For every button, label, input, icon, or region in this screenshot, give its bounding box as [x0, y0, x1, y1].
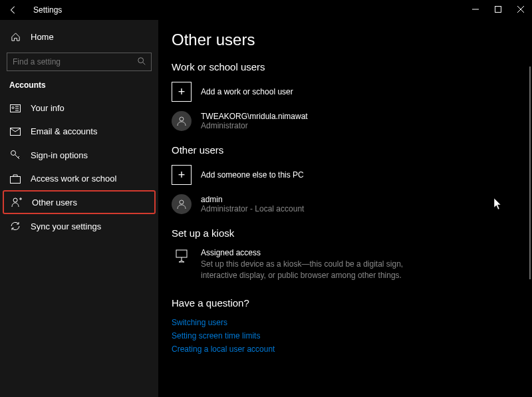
- section-kiosk: Set up a kiosk: [172, 227, 532, 239]
- maximize-icon: [495, 6, 501, 13]
- svg-rect-21: [176, 250, 187, 257]
- user-name: TWEAKORG\mridula.nimawat: [201, 112, 308, 121]
- kiosk-item[interactable]: Assigned access Set up this device as a …: [172, 248, 532, 281]
- add-work-label: Add a work or school user: [201, 87, 293, 96]
- help-link-switching-users[interactable]: Switching users: [172, 318, 532, 327]
- home-icon: [9, 32, 21, 42]
- svg-point-20: [180, 200, 184, 204]
- home-button[interactable]: Home: [0, 27, 158, 47]
- sidebar: Home Accounts Your info Email & accounts…: [0, 20, 158, 397]
- content-pane: Other users Work or school users + Add a…: [158, 20, 532, 397]
- briefcase-icon: [9, 174, 21, 184]
- svg-line-14: [18, 156, 19, 158]
- sidebar-item-label: Access work or school: [31, 174, 116, 184]
- minimize-icon: [472, 6, 479, 13]
- kiosk-icon: [172, 248, 192, 263]
- sidebar-section-header: Accounts: [0, 80, 158, 96]
- id-card-icon: [9, 104, 21, 112]
- sidebar-item-label: Sign-in options: [31, 150, 88, 160]
- plus-icon: +: [172, 165, 192, 185]
- mail-icon: [9, 128, 21, 136]
- person-icon: [176, 199, 187, 209]
- user-role: Administrator - Local account: [201, 204, 304, 213]
- maximize-button[interactable]: [487, 0, 509, 19]
- svg-point-7: [12, 106, 14, 108]
- sidebar-item-label: Email & accounts: [31, 126, 97, 136]
- scrollbar[interactable]: [529, 66, 531, 279]
- search-container: [7, 53, 152, 71]
- kiosk-description: Set up this device as a kiosk—this could…: [201, 259, 407, 281]
- svg-rect-1: [495, 7, 501, 13]
- kiosk-name: Assigned access: [201, 248, 407, 257]
- section-question: Have a question?: [172, 297, 532, 309]
- svg-point-19: [180, 117, 184, 121]
- svg-line-5: [143, 63, 146, 65]
- work-user-item[interactable]: TWEAKORG\mridula.nimawat Administrator: [172, 111, 532, 131]
- svg-rect-15: [11, 176, 21, 183]
- sidebar-item-label: Other users: [32, 198, 77, 207]
- sidebar-item-access-work-school[interactable]: Access work or school: [0, 167, 158, 190]
- sidebar-item-signin-options[interactable]: Sign-in options: [0, 143, 158, 167]
- help-link-local-account[interactable]: Creating a local user account: [172, 344, 532, 354]
- user-name: admin: [201, 195, 304, 204]
- sidebar-item-label: Your info: [31, 103, 65, 113]
- window-controls: [464, 0, 532, 19]
- window-title: Settings: [33, 5, 62, 15]
- add-other-label: Add someone else to this PC: [201, 170, 304, 180]
- plus-icon: +: [172, 82, 192, 102]
- section-other-users: Other users: [172, 144, 532, 156]
- close-button[interactable]: [509, 0, 532, 19]
- arrow-left-icon: [9, 5, 18, 15]
- section-work-school: Work or school users: [172, 61, 532, 72]
- user-role: Administrator: [201, 121, 308, 130]
- search-input[interactable]: [7, 53, 152, 71]
- svg-point-16: [13, 198, 17, 202]
- avatar: [172, 194, 192, 214]
- add-work-school-user[interactable]: + Add a work or school user: [172, 82, 532, 102]
- key-icon: [9, 150, 21, 160]
- minimize-button[interactable]: [464, 0, 487, 19]
- avatar: [172, 111, 192, 131]
- page-title: Other users: [172, 31, 532, 49]
- back-button[interactable]: [5, 2, 21, 18]
- sync-icon: [9, 221, 21, 231]
- sidebar-item-sync-settings[interactable]: Sync your settings: [0, 214, 158, 238]
- person-plus-icon: [11, 197, 23, 207]
- add-other-user[interactable]: + Add someone else to this PC: [172, 165, 532, 185]
- home-label: Home: [31, 32, 54, 42]
- person-icon: [176, 116, 187, 126]
- help-link-screen-time[interactable]: Setting screen time limits: [172, 331, 532, 340]
- other-user-item[interactable]: admin Administrator - Local account: [172, 194, 532, 214]
- close-icon: [517, 6, 524, 13]
- titlebar: Settings: [0, 0, 532, 20]
- sidebar-item-other-users[interactable]: Other users: [3, 190, 156, 214]
- svg-point-4: [138, 58, 144, 63]
- sidebar-item-email-accounts[interactable]: Email & accounts: [0, 120, 158, 143]
- sidebar-item-your-info[interactable]: Your info: [0, 96, 158, 120]
- sidebar-item-label: Sync your settings: [31, 221, 101, 231]
- search-icon: [137, 57, 146, 66]
- svg-point-12: [11, 151, 16, 156]
